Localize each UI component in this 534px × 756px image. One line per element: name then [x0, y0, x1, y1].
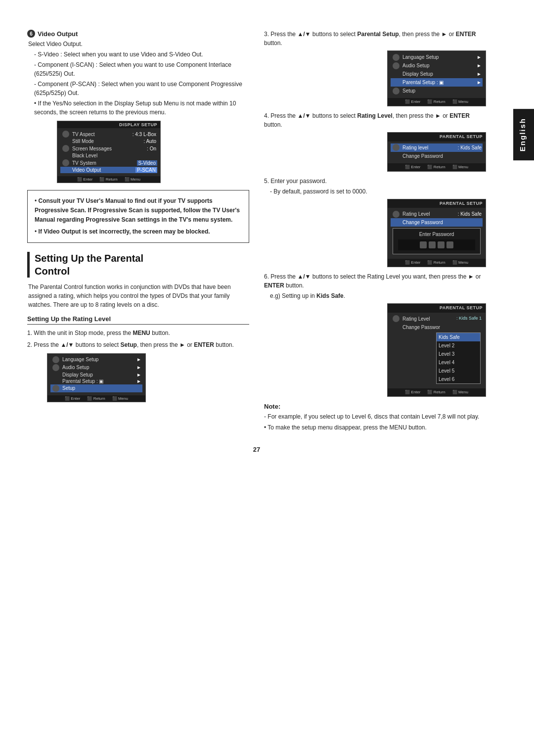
icon-rating-6 — [393, 315, 400, 322]
setup-row-display: Display Setup ► — [50, 372, 142, 378]
page-number: 27 — [27, 446, 486, 453]
parental-control-intro: The Parental Control function works in c… — [27, 283, 249, 309]
video-output-intro: Select Video Output. - S-Video : Select … — [27, 40, 249, 117]
step-2: 2. Press the ▲/▼ buttons to select Setup… — [27, 340, 249, 349]
icon-setup — [52, 385, 59, 392]
section-circle-6: 6 — [27, 30, 35, 38]
right-step-4: 4. Press the ▲/▼ buttons to select Ratin… — [264, 111, 486, 172]
setup-row-parental: Parental Setup : ▣ ► — [50, 378, 142, 384]
video-output-title: Video Output — [38, 30, 78, 38]
password-dots — [398, 239, 475, 250]
note-title: Note: — [264, 403, 486, 410]
parental-row-rating-5: Rating Level : Kids Safe — [391, 210, 483, 218]
dropdown-level-3: Level 3 — [437, 350, 480, 358]
step3-screen-body: Language Setup ► Audio Setup ► Display S… — [388, 51, 486, 98]
step3-row-audio: Audio Setup ► — [391, 61, 483, 70]
step3-row-display: Display Setup ► — [391, 70, 483, 78]
row-icon-3 — [62, 159, 69, 166]
display-setup-header: DISPLAY SETUP — [57, 121, 160, 128]
icon-language — [52, 356, 59, 363]
parental-row-chgpwd-6: Change Passwor — [391, 323, 483, 331]
note-item-1: - For example, if you select up to Level… — [264, 412, 486, 421]
icon-audio-3 — [393, 62, 400, 69]
pwd-dot-4 — [446, 241, 453, 248]
setup-screen-step3: Language Setup ► Audio Setup ► Display S… — [387, 50, 486, 106]
content-area: 6 Video Output Select Video Output. - S-… — [0, 30, 513, 453]
enter-password-dialog: Enter Password — [393, 228, 481, 254]
icon-rating-5 — [393, 211, 400, 218]
pwd-dot-3 — [438, 241, 445, 248]
icon-audio — [52, 364, 59, 371]
icon-rating — [393, 144, 400, 151]
display-setup-footer: ⬛ Enter ⬛ Return ⬛ Menu — [57, 176, 160, 183]
parental-footer-5: ⬛ Enter ⬛ Return ⬛ Menu — [388, 259, 486, 267]
right-step-3: 3. Press the ▲/▼ buttons to select Paren… — [264, 30, 486, 106]
setup-screen-footer-left: ⬛ Enter ⬛ Return ⬛ Menu — [47, 395, 145, 402]
parental-setup-screen-step6: PARENTAL SETUP Rating Level : Kids Safe … — [387, 303, 486, 397]
display-row-screen-messages: Screen Messages : On — [60, 144, 157, 152]
dropdown-level-6: Level 6 — [437, 375, 480, 383]
step-1: 1. With the unit in Stop mode, press the… — [27, 329, 249, 337]
parental-row-chgpwd-5: Change Password — [391, 218, 483, 227]
icon-setup-3 — [393, 88, 400, 94]
pwd-dot-2 — [429, 241, 436, 248]
page: English 6 Video Output Select Video Outp… — [0, 0, 534, 756]
step3-screen-footer: ⬛ Enter ⬛ Return ⬛ Menu — [388, 98, 486, 106]
display-row-tv-system: TV System S-Video — [60, 159, 157, 167]
display-setup-body: TV Aspect : 4:3 L-Box Still Mode : Auto … — [57, 128, 160, 176]
display-row-tv-aspect: TV Aspect : 4:3 L-Box — [60, 130, 157, 138]
parental-row-password: Change Password — [391, 152, 483, 160]
row-icon — [62, 131, 69, 138]
rating-level-heading: Setting Up the Rating Level — [27, 315, 249, 325]
display-row-still-mode: Still Mode : Auto — [60, 138, 157, 144]
setup-screen-body-left: Language Setup ► Audio Setup ► Display S… — [47, 354, 145, 395]
right-column: 3. Press the ▲/▼ buttons to select Paren… — [264, 30, 486, 434]
parental-setup-screen-step4: PARENTAL SETUP Rating level : Kids Safe … — [387, 132, 486, 172]
parental-setup-header-4: PARENTAL SETUP — [388, 133, 486, 142]
dropdown-level-5: Level 5 — [437, 367, 480, 375]
parental-row-rating: Rating level : Kids Safe — [391, 143, 483, 152]
main-section-title: Setting Up the Parental Control — [27, 252, 249, 278]
step3-row-parental: Parental Setup : ▣ ► — [391, 78, 483, 87]
parental-footer-4: ⬛ Enter ⬛ Return ⬛ Menu — [388, 163, 486, 171]
setup-row-audio: Audio Setup ► — [50, 364, 142, 372]
right-step-5: 5. Enter your password. - By default, pa… — [264, 177, 486, 268]
row-icon-2 — [62, 145, 69, 152]
parental-body-5: Rating Level : Kids Safe Change Password… — [388, 208, 486, 259]
icon-lang-3 — [393, 54, 400, 61]
setup-row-setup: Setup — [50, 384, 142, 392]
display-row-black-level: Black Level — [60, 152, 157, 159]
parental-setup-header-5: PARENTAL SETUP — [388, 199, 486, 208]
enter-password-label: Enter Password — [396, 231, 477, 238]
main-title-text: Setting Up the Parental Control — [35, 252, 249, 278]
language-tab: English — [513, 109, 534, 160]
display-setup-screen: DISPLAY SETUP TV Aspect : 4:3 L-Box Stil… — [57, 121, 161, 183]
note-box: Note: - For example, if you select up to… — [264, 403, 486, 432]
rating-dropdown: Kids Safe Level 2 Level 3 Level 4 Level … — [436, 332, 481, 384]
parental-body-6: Rating Level : Kids Safe 1 Change Passwo… — [388, 313, 486, 388]
dropdown-level-4: Level 4 — [437, 358, 480, 367]
notice-box: • Consult your TV User's Manual to find … — [27, 190, 249, 243]
setup-screen-left: Language Setup ► Audio Setup ► Display S… — [47, 353, 146, 402]
step3-row-setup: Setup — [391, 87, 483, 95]
pwd-dot-1 — [420, 241, 427, 248]
language-tab-label: English — [518, 118, 527, 151]
dropdown-kids-safe: Kids Safe — [437, 333, 480, 341]
setup-row-language: Language Setup ► — [50, 356, 142, 364]
step3-row-language: Language Setup ► — [391, 53, 483, 61]
left-column: 6 Video Output Select Video Output. - S-… — [27, 30, 249, 434]
parental-row-rating-6: Rating Level : Kids Safe 1 — [391, 315, 483, 323]
parental-footer-6: ⬛ Enter ⬛ Return ⬛ Menu — [388, 388, 486, 396]
note-item-2: • To make the setup menu disappear, pres… — [264, 423, 486, 432]
two-column-layout: 6 Video Output Select Video Output. - S-… — [27, 30, 486, 434]
video-output-heading: 6 Video Output — [27, 30, 249, 38]
parental-body-4: Rating level : Kids Safe Change Password — [388, 142, 486, 163]
display-row-video-output: Video Output P-SCAN — [60, 167, 157, 173]
parental-setup-header-6: PARENTAL SETUP — [388, 304, 486, 313]
parental-setup-screen-step5: PARENTAL SETUP Rating Level : Kids Safe … — [387, 199, 486, 268]
dropdown-level-2: Level 2 — [437, 341, 480, 350]
right-step-6: 6. Press the ▲/▼ buttons to select the R… — [264, 272, 486, 397]
